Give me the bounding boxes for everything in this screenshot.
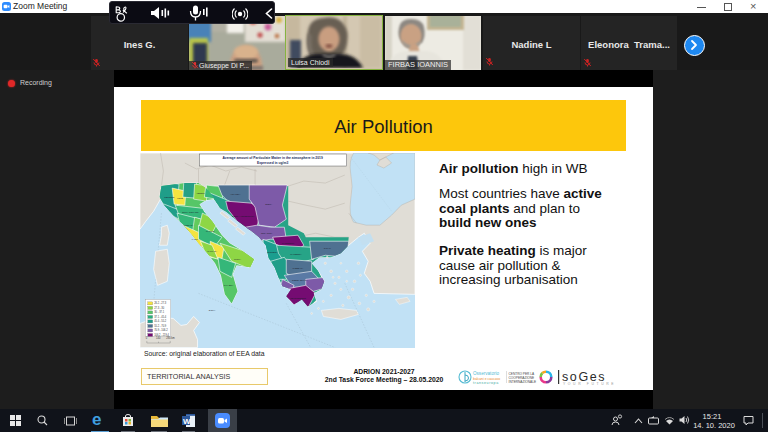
svg-text:140: 140 [156, 336, 161, 340]
svg-text:MAKEDONIA: MAKEDONIA [290, 253, 302, 255]
svg-text:70.9 - 106.2: 70.9 - 106.2 [154, 328, 168, 332]
svg-text:BOSNA I HERCEGOVINA: BOSNA I HERCEGOVINA [232, 215, 255, 217]
svg-text:MAKEDONIJA: MAKEDONIJA [282, 242, 295, 244]
svg-text:Average amount of Particulate: Average amount of Particulate Matter in … [223, 156, 323, 160]
svg-text:MARCHE: MARCHE [206, 230, 215, 232]
svg-text:STEREA ELLADA: STEREA ELLADA [292, 279, 308, 281]
svg-text:SRBIJA: SRBIJA [266, 203, 273, 205]
svg-text:37.1 - 45.4: 37.1 - 45.4 [154, 315, 167, 319]
svg-text:26.2 - 27.3: 26.2 - 27.3 [154, 301, 167, 305]
svg-text:EMILIA ROMAGNA: EMILIA ROMAGNA [183, 211, 201, 213]
svg-text:TOSCANA: TOSCANA [184, 224, 194, 226]
svg-text:THESSALIA: THESSALIA [293, 267, 304, 269]
svg-text:LAZIO: LAZIO [192, 238, 198, 240]
svg-text:280 km: 280 km [167, 336, 175, 340]
svg-text:45.4 - 55.2: 45.4 - 55.2 [154, 319, 167, 323]
svg-text:30 - 37.1: 30 - 37.1 [154, 310, 165, 314]
svg-text:VENETO: VENETO [197, 192, 205, 194]
svg-text:YOUR FUTURE: YOUR FUTURE [563, 382, 616, 386]
svg-text:PUGLIA: PUGLIA [234, 258, 242, 260]
svg-text:SICILIA: SICILIA [209, 309, 216, 311]
svg-text:SHQIPERIA: SHQIPERIA [268, 251, 279, 253]
svg-text:27.3 - 30: 27.3 - 30 [154, 306, 165, 310]
svg-text:W: W [183, 417, 191, 426]
svg-text:PELOPONNISOS: PELOPONNISOS [291, 297, 307, 299]
svg-text:THRAKI: THRAKI [324, 247, 332, 249]
svg-text:Osservatorio: Osservatorio [473, 371, 499, 376]
svg-text:CAMPANIA: CAMPANIA [207, 250, 218, 252]
svg-text:CRNA GORA: CRNA GORA [261, 232, 273, 234]
svg-text:PIEMONTE: PIEMONTE [164, 196, 175, 198]
svg-text:INTERNAZIONALE: INTERNAZIONALE [509, 380, 537, 384]
svg-text:LOMB: LOMB [178, 197, 184, 199]
svg-text:CALABRIA: CALABRIA [224, 284, 234, 286]
svg-text:HRVATSKA: HRVATSKA [231, 193, 242, 195]
svg-text:transeuropa: transeuropa [473, 381, 499, 385]
svg-text:106.2 - 219.4: 106.2 - 219.4 [154, 333, 169, 337]
svg-text:55.2 - 70.9: 55.2 - 70.9 [154, 324, 167, 328]
svg-text:Expressed in ug/m3: Expressed in ug/m3 [257, 161, 288, 165]
